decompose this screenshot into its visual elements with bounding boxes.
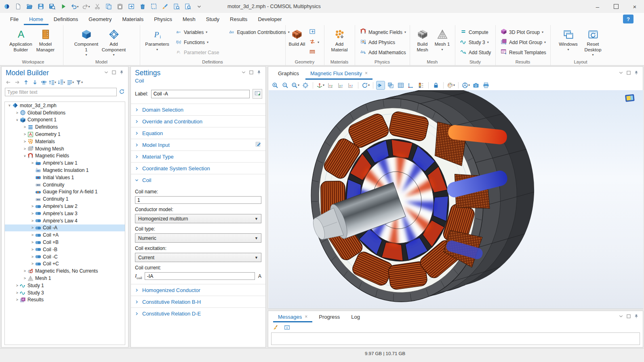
expand-arrow-icon[interactable]: > (30, 255, 35, 259)
tree-item-coil-a[interactable]: >Coil +A (5, 231, 125, 239)
tree-item-materials[interactable]: >Materials (5, 138, 125, 145)
tree-item-amp-re-s-law-3[interactable]: >Ampère's Law 3 (5, 210, 125, 217)
expand-arrow-icon[interactable]: > (15, 298, 19, 302)
windows-button[interactable]: Windows ▾ (557, 27, 580, 51)
tree-item-mesh-1[interactable]: >Mesh 1 (5, 275, 125, 282)
panel-float-icon[interactable] (626, 314, 631, 320)
tree-item-global-definitions[interactable]: >Global Definitions (5, 109, 125, 116)
find-icon[interactable] (183, 1, 193, 12)
grid-view-icon[interactable] (396, 81, 405, 90)
tree-item-amp-re-s-law-2[interactable]: >Ampère's Law 2 (5, 203, 125, 210)
panel-pin-icon[interactable] (119, 70, 124, 76)
menu-tab-definitions[interactable]: Definitions (48, 13, 84, 25)
back-icon[interactable] (4, 78, 12, 86)
tree-item-moving-mesh[interactable]: >Moving Mesh (5, 145, 125, 152)
menu-tab-developer[interactable]: Developer (253, 13, 287, 25)
mesh-1-button[interactable]: Mesh 1 ▾ (433, 27, 452, 51)
conductor-model-select[interactable]: Homogenized multiturn▼ (135, 214, 261, 223)
coil-type-select[interactable]: Numeric▼ (135, 233, 261, 243)
color-palette-icon[interactable]: ▾ (446, 81, 455, 90)
cut-icon[interactable] (92, 1, 103, 12)
graphics-tab-magnetic-flux-density[interactable]: Magnetic Flux Density× (305, 67, 373, 80)
add-material-button[interactable]: Add Material (328, 27, 351, 53)
save-icon[interactable] (36, 1, 46, 12)
expand-arrow-icon[interactable]: > (23, 132, 27, 136)
expand-arrow-icon[interactable]: > (30, 248, 35, 252)
menu-tab-materials[interactable]: Materials (117, 13, 149, 25)
move-down-icon[interactable] (31, 78, 39, 86)
run-icon[interactable] (58, 1, 69, 12)
expand-arrow-icon[interactable]: > (23, 125, 27, 129)
expand-arrow-icon[interactable]: > (30, 226, 35, 230)
tree-item-definitions[interactable]: >Definitions (5, 123, 125, 131)
expand-arrow-icon[interactable]: > (30, 204, 35, 208)
tree-item-amp-re-s-law-4[interactable]: >Ampère's Law 4 (5, 217, 125, 224)
zoom-out-icon[interactable] (281, 81, 290, 90)
comsol-logo-icon[interactable] (2, 1, 12, 12)
section-equation[interactable]: Equation (131, 127, 265, 139)
panel-pin-icon[interactable] (634, 70, 639, 76)
expand-arrow-icon[interactable]: > (30, 262, 35, 266)
transparency-icon[interactable] (386, 81, 395, 90)
tree-item-continuity-1[interactable]: Continuity 1 (5, 195, 125, 203)
panel-collapse-icon[interactable] (619, 70, 623, 76)
magnetic-fields-button[interactable]: Magnetic Fields ▾ (358, 27, 408, 37)
menu-tab-file[interactable]: File (5, 13, 24, 25)
tree-item-results[interactable]: >Results (5, 296, 125, 304)
select-icon[interactable] (149, 1, 159, 12)
tree-item-initial-values-1[interactable]: Initial Values 1 (5, 174, 125, 181)
panel-collapse-icon[interactable] (104, 70, 109, 76)
menu-tab-results[interactable]: Results (225, 13, 253, 25)
view-xy-icon[interactable]: xy (326, 81, 335, 90)
tree-item-study-3[interactable]: >Study 3 (5, 289, 125, 296)
reset-desktop-button[interactable]: Reset Desktop ▾ (581, 27, 605, 57)
expand-arrow-icon[interactable]: > (15, 291, 19, 295)
menu-tab-geometry[interactable]: Geometry (83, 13, 117, 25)
section-constitutive-relation-d-e[interactable]: Constitutive Relation D-E (131, 307, 265, 319)
more-commands-icon[interactable] (194, 1, 204, 12)
scene-light-icon[interactable] (376, 81, 385, 90)
tree-item-geometry-1[interactable]: >Geometry 1 (5, 131, 125, 138)
tree-item-coil-b[interactable]: >Coil -B (5, 246, 125, 253)
open-file-icon[interactable] (24, 1, 35, 12)
expand-all-icon[interactable]: ▾ (48, 78, 57, 86)
section-coordinate-system-selection[interactable]: Coordinate System Selection (131, 162, 265, 174)
expand-arrow-icon[interactable]: > (30, 161, 35, 165)
section-material-type[interactable]: Material Type (131, 150, 265, 162)
panel-collapse-icon[interactable] (619, 314, 623, 320)
rename-button[interactable] (253, 89, 262, 99)
move-up-icon[interactable] (22, 78, 30, 86)
view-yz-icon[interactable]: yz (336, 81, 345, 90)
functions-button[interactable]: f(x) Functions ▾ (173, 37, 221, 47)
save-as-icon[interactable] (47, 1, 57, 12)
variables-button[interactable]: a= Variables ▾ (173, 27, 221, 37)
panel-pin-icon[interactable] (257, 70, 261, 76)
close-button[interactable]: × (625, 0, 644, 13)
snapshot-icon[interactable] (471, 81, 480, 90)
coil-excitation-select[interactable]: Current▼ (135, 253, 261, 262)
deselect-icon[interactable] (160, 1, 170, 12)
delete-icon[interactable] (137, 1, 148, 12)
expand-arrow-icon[interactable]: > (15, 111, 19, 115)
graphics-tab-graphics[interactable]: Graphics (273, 67, 304, 80)
add-component-button[interactable]: Add Component ▾ (99, 27, 128, 57)
expand-arrow-icon[interactable]: > (23, 140, 27, 144)
tree-item-magnetic-fields-no-currents[interactable]: >Magnetic Fields, No Currents (5, 267, 125, 275)
3d-plot-group-button[interactable]: 3D Plot Group ▾ (499, 27, 548, 37)
partition-button[interactable] (307, 47, 321, 57)
expand-arrow-icon[interactable]: > (23, 276, 27, 280)
refresh-icon[interactable] (119, 89, 125, 96)
tree-item-coil-a[interactable]: >Coil -A (5, 224, 125, 232)
collapse-arrow-icon[interactable]: ∨ (23, 154, 27, 158)
lock-icon[interactable] (431, 81, 440, 90)
close-tab-icon[interactable]: × (305, 314, 307, 320)
collapse-arrow-icon[interactable]: ∨ (15, 118, 19, 122)
expand-arrow-icon[interactable]: > (30, 219, 35, 223)
axes-icon[interactable] (406, 81, 415, 90)
panel-pin-icon[interactable] (634, 314, 639, 320)
zoom-extents-icon[interactable] (301, 81, 310, 90)
zoom-box-icon[interactable]: ▾ (291, 81, 300, 90)
open-in-window-icon[interactable] (283, 323, 291, 331)
expand-arrow-icon[interactable]: > (15, 284, 19, 288)
equation-contributions-button[interactable]: Δu Equation Contributions ▾ (226, 27, 291, 37)
